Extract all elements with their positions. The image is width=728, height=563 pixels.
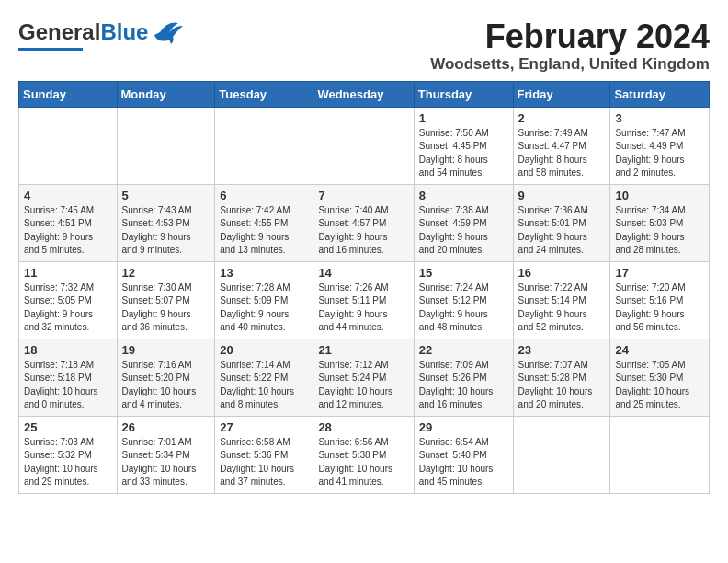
day-info: Sunrise: 7:43 AMSunset: 4:53 PMDaylight:…	[122, 204, 210, 258]
day-info: Sunrise: 7:01 AMSunset: 5:34 PMDaylight:…	[122, 436, 210, 489]
day-info: Sunrise: 7:49 AMSunset: 4:47 PMDaylight:…	[518, 127, 606, 180]
day-info: Sunrise: 7:22 AMSunset: 5:14 PMDaylight:…	[518, 282, 606, 335]
day-info: Sunrise: 7:16 AMSunset: 5:20 PMDaylight:…	[122, 359, 210, 412]
day-number: 26	[122, 420, 210, 434]
header: GeneralBlue February 2024 Woodsetts, Eng…	[18, 18, 710, 74]
table-row: 16Sunrise: 7:22 AMSunset: 5:14 PMDayligh…	[513, 261, 610, 339]
day-number: 23	[518, 343, 606, 357]
calendar-week-row: 1Sunrise: 7:50 AMSunset: 4:45 PMDaylight…	[19, 107, 710, 184]
day-number: 27	[220, 420, 308, 434]
col-sunday: Sunday	[19, 81, 118, 107]
table-row: 2Sunrise: 7:49 AMSunset: 4:47 PMDaylight…	[513, 107, 610, 184]
day-info: Sunrise: 6:54 AMSunset: 5:40 PMDaylight:…	[419, 436, 508, 489]
page: GeneralBlue February 2024 Woodsetts, Eng…	[0, 0, 728, 503]
day-info: Sunrise: 7:30 AMSunset: 5:07 PMDaylight:…	[122, 282, 210, 335]
day-number: 16	[518, 266, 606, 280]
day-info: Sunrise: 7:50 AMSunset: 4:45 PMDaylight:…	[419, 127, 508, 180]
day-info: Sunrise: 7:09 AMSunset: 5:26 PMDaylight:…	[419, 359, 508, 412]
day-info: Sunrise: 7:38 AMSunset: 4:59 PMDaylight:…	[419, 204, 508, 258]
day-info: Sunrise: 7:47 AMSunset: 4:49 PMDaylight:…	[615, 127, 704, 180]
logo: GeneralBlue	[18, 18, 186, 51]
table-row: 11Sunrise: 7:32 AMSunset: 5:05 PMDayligh…	[19, 261, 118, 339]
day-number: 9	[518, 189, 606, 202]
day-number: 10	[615, 189, 704, 202]
table-row: 13Sunrise: 7:28 AMSunset: 5:09 PMDayligh…	[215, 261, 313, 339]
day-number: 28	[318, 420, 408, 434]
logo-general: General	[18, 19, 100, 44]
day-info: Sunrise: 7:45 AMSunset: 4:51 PMDaylight:…	[24, 204, 112, 258]
day-info: Sunrise: 6:58 AMSunset: 5:36 PMDaylight:…	[220, 436, 308, 489]
month-title: February 2024	[430, 18, 710, 55]
day-info: Sunrise: 7:36 AMSunset: 5:01 PMDaylight:…	[518, 204, 606, 258]
location-title: Woodsetts, England, United Kingdom	[430, 55, 710, 74]
calendar-week-row: 4Sunrise: 7:45 AMSunset: 4:51 PMDaylight…	[19, 184, 710, 261]
day-number: 7	[318, 189, 408, 202]
day-number: 15	[419, 266, 508, 280]
day-info: Sunrise: 7:05 AMSunset: 5:30 PMDaylight:…	[615, 359, 704, 412]
table-row: 9Sunrise: 7:36 AMSunset: 5:01 PMDaylight…	[513, 184, 610, 261]
day-number: 14	[318, 266, 408, 280]
day-info: Sunrise: 7:07 AMSunset: 5:28 PMDaylight:…	[518, 359, 606, 412]
day-number: 25	[24, 420, 112, 434]
day-number: 19	[122, 343, 210, 357]
table-row: 1Sunrise: 7:50 AMSunset: 4:45 PMDaylight…	[414, 107, 513, 184]
table-row: 26Sunrise: 7:01 AMSunset: 5:34 PMDayligh…	[117, 416, 215, 493]
logo-blue: Blue	[100, 19, 148, 44]
table-row: 20Sunrise: 7:14 AMSunset: 5:22 PMDayligh…	[215, 339, 313, 416]
table-row: 10Sunrise: 7:34 AMSunset: 5:03 PMDayligh…	[610, 184, 710, 261]
day-info: Sunrise: 7:14 AMSunset: 5:22 PMDaylight:…	[220, 359, 308, 412]
day-number: 21	[318, 343, 408, 357]
logo-underline	[18, 48, 83, 51]
calendar-week-row: 25Sunrise: 7:03 AMSunset: 5:32 PMDayligh…	[19, 416, 710, 493]
day-info: Sunrise: 6:56 AMSunset: 5:38 PMDaylight:…	[318, 436, 408, 489]
col-saturday: Saturday	[610, 81, 710, 107]
col-monday: Monday	[117, 81, 215, 107]
table-row: 29Sunrise: 6:54 AMSunset: 5:40 PMDayligh…	[414, 416, 513, 493]
table-row: 18Sunrise: 7:18 AMSunset: 5:18 PMDayligh…	[19, 339, 118, 416]
day-number: 3	[615, 111, 704, 125]
calendar-week-row: 11Sunrise: 7:32 AMSunset: 5:05 PMDayligh…	[19, 261, 710, 339]
day-number: 29	[419, 420, 508, 434]
calendar-week-row: 18Sunrise: 7:18 AMSunset: 5:18 PMDayligh…	[19, 339, 710, 416]
table-row	[610, 416, 710, 493]
table-row: 14Sunrise: 7:26 AMSunset: 5:11 PMDayligh…	[313, 261, 414, 339]
day-number: 18	[24, 343, 112, 357]
day-info: Sunrise: 7:28 AMSunset: 5:09 PMDaylight:…	[220, 282, 308, 335]
title-block: February 2024 Woodsetts, England, United…	[430, 18, 710, 74]
table-row: 19Sunrise: 7:16 AMSunset: 5:20 PMDayligh…	[117, 339, 215, 416]
day-number: 4	[24, 189, 112, 202]
day-number: 8	[419, 189, 508, 202]
day-info: Sunrise: 7:32 AMSunset: 5:05 PMDaylight:…	[24, 282, 112, 335]
table-row: 6Sunrise: 7:42 AMSunset: 4:55 PMDaylight…	[215, 184, 313, 261]
day-number: 12	[122, 266, 210, 280]
logo-icon: GeneralBlue	[18, 18, 186, 46]
day-info: Sunrise: 7:40 AMSunset: 4:57 PMDaylight:…	[318, 204, 408, 258]
day-info: Sunrise: 7:26 AMSunset: 5:11 PMDaylight:…	[318, 282, 408, 335]
table-row: 12Sunrise: 7:30 AMSunset: 5:07 PMDayligh…	[117, 261, 215, 339]
table-row: 3Sunrise: 7:47 AMSunset: 4:49 PMDaylight…	[610, 107, 710, 184]
table-row: 5Sunrise: 7:43 AMSunset: 4:53 PMDaylight…	[117, 184, 215, 261]
col-friday: Friday	[513, 81, 610, 107]
col-wednesday: Wednesday	[313, 81, 414, 107]
table-row: 15Sunrise: 7:24 AMSunset: 5:12 PMDayligh…	[414, 261, 513, 339]
day-number: 22	[419, 343, 508, 357]
table-row: 27Sunrise: 6:58 AMSunset: 5:36 PMDayligh…	[215, 416, 313, 493]
table-row: 23Sunrise: 7:07 AMSunset: 5:28 PMDayligh…	[513, 339, 610, 416]
day-number: 5	[122, 189, 210, 202]
calendar-table: Sunday Monday Tuesday Wednesday Thursday…	[18, 81, 710, 494]
table-row: 21Sunrise: 7:12 AMSunset: 5:24 PMDayligh…	[313, 339, 414, 416]
table-row	[513, 416, 610, 493]
table-row: 17Sunrise: 7:20 AMSunset: 5:16 PMDayligh…	[610, 261, 710, 339]
table-row: 8Sunrise: 7:38 AMSunset: 4:59 PMDaylight…	[414, 184, 513, 261]
table-row	[117, 107, 215, 184]
day-number: 24	[615, 343, 704, 357]
table-row	[215, 107, 313, 184]
day-info: Sunrise: 7:20 AMSunset: 5:16 PMDaylight:…	[615, 282, 704, 335]
day-number: 1	[419, 111, 508, 125]
logo-bird-icon	[151, 18, 186, 46]
table-row	[19, 107, 118, 184]
table-row	[313, 107, 414, 184]
col-tuesday: Tuesday	[215, 81, 313, 107]
day-number: 2	[518, 111, 606, 125]
day-number: 20	[220, 343, 308, 357]
